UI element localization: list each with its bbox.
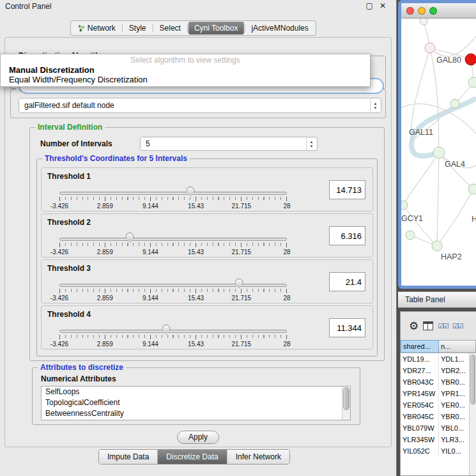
threshold-label: Threshold 4 (47, 310, 91, 319)
network-edge[interactable] (437, 189, 473, 246)
threshold-value-field[interactable]: 6.316 (329, 226, 365, 245)
float-window-icon[interactable]: ▢ (366, 1, 373, 10)
scale-tick-label: -3.426 (50, 249, 68, 256)
threshold-slider[interactable]: -3.4262.8599.14415.4321.71528 (59, 324, 287, 348)
attribute-list-item[interactable]: TopologicalCoefficient (42, 397, 350, 408)
network-node[interactable] (468, 77, 476, 88)
tab-jactivemnodules[interactable]: jActiveMNodules (245, 22, 314, 35)
table-row[interactable]: YIL052CYIL0... (401, 445, 476, 457)
table-row[interactable]: YBR043CYBR0... (401, 376, 476, 388)
threshold-value-field[interactable]: 11.344 (329, 318, 365, 337)
attribute-list-item[interactable]: BetweennessCentrality (42, 408, 350, 419)
minimize-traffic-light-icon[interactable] (418, 7, 426, 15)
network-canvas[interactable]: GAL80GAL11GAL4GCY1HAP2H (401, 19, 476, 286)
tab-network[interactable]: Network (72, 22, 121, 35)
tab-cyni-toolbox[interactable]: Cyni Toolbox (188, 22, 243, 35)
tab-discretize-data[interactable]: Discretize Data (158, 450, 227, 464)
threshold-slider[interactable]: -3.4262.8599.14415.4321.71528 (59, 278, 287, 302)
numerical-attributes-listbox[interactable]: SelfLoopsTopologicalCoefficientBetweenne… (41, 386, 351, 420)
slider-track (59, 330, 287, 333)
threshold-slider[interactable]: -3.4262.8599.14415.4321.71528 (59, 232, 287, 256)
network-node[interactable] (432, 241, 442, 251)
tab-infer-network[interactable]: Infer Network (227, 450, 289, 464)
table-row[interactable]: YER054CYER0... (401, 399, 476, 411)
scale-tick-label: 21.715 (232, 249, 252, 256)
threshold-value-field[interactable]: 14.713 (329, 180, 365, 199)
threshold-slider[interactable]: -3.4262.8599.14415.4321.71528 (59, 186, 287, 210)
popup-option[interactable]: Manual Discretization (1, 65, 370, 75)
close-window-icon[interactable]: ✕ (380, 1, 386, 10)
network-window-titlebar (401, 3, 476, 19)
table-row[interactable]: YLR345WYLR3... (401, 434, 476, 445)
cell-shared-name: YDR27... (401, 365, 439, 376)
tab-separator (244, 24, 245, 33)
table-row[interactable]: YDL19...YDL1... (401, 353, 476, 365)
table-row[interactable]: YPR145WYPR1... (401, 388, 476, 399)
network-edge[interactable] (439, 153, 473, 189)
network-edge[interactable] (430, 36, 476, 56)
cell-shared-name: YBR043C (401, 376, 439, 388)
network-node[interactable] (406, 231, 415, 240)
network-node[interactable] (465, 54, 476, 65)
tab-style[interactable]: Style (123, 22, 152, 35)
select-all-checkboxes-icon[interactable]: ☑☑ (438, 322, 448, 330)
table-row[interactable]: YBL079WYBL0... (401, 422, 476, 434)
slider-scale: -3.4262.8599.14415.4321.71528 (59, 341, 287, 348)
slider-track (59, 284, 287, 287)
table-row[interactable]: YDR27...YDR2... (401, 365, 476, 376)
network-node[interactable] (420, 19, 427, 25)
network-node[interactable] (468, 184, 476, 194)
tab-label: Network (88, 24, 116, 33)
gear-icon[interactable]: ⚙ (409, 321, 418, 332)
table-header-row: shared... n... (401, 340, 476, 353)
table-toolbar: ⚙ ☑☑ ☑☑ (401, 312, 476, 340)
number-of-intervals-combobox[interactable]: 5 ▲ ▼ (140, 137, 318, 151)
cell-shared-name: YLR345W (401, 434, 439, 445)
scale-tick-label: 9.144 (142, 203, 158, 210)
threshold-value-field[interactable]: 21.4 (329, 272, 365, 291)
network-node[interactable] (401, 201, 408, 210)
apply-button[interactable]: Apply (177, 431, 219, 444)
network-node[interactable] (433, 147, 445, 158)
select-columns-checkboxes-icon[interactable]: ☑☑ (452, 322, 463, 330)
scale-tick-label: 15.43 (188, 203, 204, 210)
list-scrollbar-thumb[interactable] (343, 387, 349, 410)
column-header-shared-name[interactable]: shared... (401, 340, 439, 353)
combo-stepper-icon[interactable]: ▲ ▼ (370, 99, 380, 112)
scale-tick-label: 28 (283, 203, 290, 210)
table-body: YDL19...YDL1...YDR27...YDR2...YBR043CYBR… (401, 353, 476, 476)
column-header-name[interactable]: n... (439, 340, 476, 353)
up-arrow-icon: ▲ (374, 102, 378, 105)
attribute-list-item[interactable]: SelfLoops (42, 387, 350, 397)
network-node-label: GAL80 (436, 56, 461, 65)
network-node-label: GCY1 (401, 214, 423, 223)
cell-shared-name: YBL079W (401, 422, 439, 434)
tab-label: jActiveMNodules (251, 24, 308, 33)
tab-separator (153, 24, 153, 33)
columns-icon[interactable] (423, 321, 433, 330)
tab-impute-data[interactable]: Impute Data (99, 450, 158, 464)
network-edge[interactable] (403, 205, 437, 246)
network-node[interactable] (450, 99, 459, 108)
network-edge[interactable] (437, 153, 439, 246)
network-node[interactable] (425, 43, 435, 53)
popup-option[interactable]: Equal Width/Frequency Discretization (1, 75, 370, 84)
interval-definition-group: Interval Definition Number of Intervals … (29, 127, 385, 361)
list-scrollbar[interactable] (342, 387, 350, 420)
combo-stepper-icon[interactable]: ▲ ▼ (306, 138, 316, 150)
table-data-combobox[interactable]: galFiltered.sif default node ▲ ▼ (19, 98, 381, 113)
tab-select[interactable]: Select (154, 22, 187, 35)
table-row[interactable]: YBR045CYBR0... (401, 411, 476, 422)
scale-tick-label: -3.426 (50, 295, 68, 302)
number-of-intervals-value: 5 (146, 139, 150, 148)
close-traffic-light-icon[interactable] (406, 7, 414, 15)
slider-track (59, 192, 287, 195)
zoom-traffic-light-icon[interactable] (429, 7, 437, 15)
table-scrollbar-thumb[interactable] (470, 355, 475, 404)
table-scrollbar[interactable] (469, 353, 476, 476)
threshold-label: Threshold 1 (47, 172, 91, 181)
control-panel-titlebar: Control Panel (0, 0, 396, 13)
bottom-tab-strip: Impute DataDiscretize DataInfer Network (98, 449, 290, 464)
network-edge[interactable] (403, 153, 439, 205)
tab-separator (187, 24, 188, 33)
